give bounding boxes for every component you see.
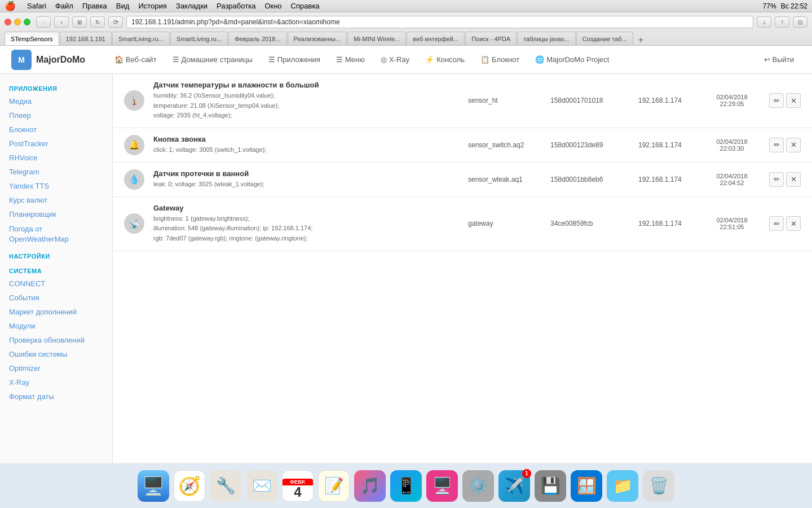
edit-button-4[interactable]: ✏: [769, 216, 784, 231]
nav-website[interactable]: 🏠 Веб-сайт: [108, 52, 163, 67]
tab-stempsensors[interactable]: STempSensors: [5, 32, 59, 45]
sidebar-item-modules[interactable]: Модули: [0, 319, 112, 333]
sidebar-item-events[interactable]: События: [0, 291, 112, 305]
dock-safari[interactable]: 🧭: [174, 470, 205, 502]
delete-button-3[interactable]: ✕: [786, 172, 801, 187]
project-icon: 🌐: [535, 55, 544, 64]
dock-notes[interactable]: 📝: [318, 470, 350, 502]
dock-music[interactable]: 🎵: [354, 470, 386, 502]
dock-folder[interactable]: 📁: [607, 470, 638, 502]
nav-notepad[interactable]: 📋 Блокнот: [474, 52, 526, 67]
tab-tables[interactable]: таблицы javas...: [517, 32, 576, 45]
nav-apps[interactable]: ☰ Приложения: [262, 52, 327, 67]
menu-safari[interactable]: Safari: [27, 2, 46, 10]
download-button[interactable]: ↓: [757, 16, 771, 28]
tab-create[interactable]: Создание таб...: [576, 32, 633, 45]
sidebar-item-errors[interactable]: Ошибки системы: [0, 347, 112, 361]
apple-menu[interactable]: 🍎: [5, 1, 16, 11]
edit-button-1[interactable]: ✏: [769, 93, 784, 108]
device-type-2: sensor_switch.aq2: [468, 141, 541, 149]
tab-realized[interactable]: Реализованны...: [288, 32, 347, 45]
device-ip-1: 192.168.1.174: [638, 97, 695, 104]
nav-console[interactable]: ⚡ Консоль: [418, 52, 471, 67]
nav-logout[interactable]: ↩ Выйти: [757, 52, 801, 67]
dock-windows[interactable]: 🪟: [571, 470, 602, 502]
sidebar-item-market[interactable]: Маркет дополнений: [0, 305, 112, 319]
reload-button[interactable]: ⟳: [108, 16, 123, 28]
nav-xray[interactable]: ◎ X-Ray: [374, 52, 416, 67]
device-mac-2: 158d000123de89: [550, 141, 629, 149]
sidebar-item-media[interactable]: Медиа: [0, 94, 112, 108]
sidebar-item-player[interactable]: Плеер: [0, 108, 112, 122]
close-button[interactable]: [5, 19, 11, 25]
menu-window[interactable]: Окно: [264, 2, 281, 10]
device-date-4: 02/04/2018 22:51:05: [704, 217, 760, 230]
tab-bar: STempSensors 192.168.1.191 SmartLiving.r…: [5, 32, 807, 45]
maximize-button[interactable]: [24, 19, 30, 25]
share-icon-button[interactable]: ↑: [775, 16, 789, 28]
sidebar-item-dateformat[interactable]: Формат даты: [0, 389, 112, 404]
dock-calendar[interactable]: ФЕВР. 4: [282, 470, 314, 502]
tab-smartliving2[interactable]: SmartLiving.ru...: [170, 32, 228, 45]
menu-history[interactable]: История: [138, 2, 166, 10]
sidebar-item-telegram[interactable]: Telegram: [0, 165, 112, 179]
menu-view[interactable]: Вид: [116, 2, 130, 10]
new-tab-plus-button[interactable]: +: [634, 35, 648, 45]
main-content: 🌡️ Датчик температуры и влажности в боль…: [113, 74, 812, 508]
sidebar-item-posttracker[interactable]: PostTracker: [0, 137, 112, 151]
dock-tool2[interactable]: ✉️: [246, 470, 277, 502]
device-ip-4: 192.168.1.174: [638, 220, 695, 227]
nav-home-pages[interactable]: ☰ Домашние страницы: [166, 52, 259, 67]
menu-edit[interactable]: Правка: [82, 2, 107, 10]
console-icon: ⚡: [425, 55, 434, 64]
dock-tool1[interactable]: 🔧: [210, 470, 241, 502]
new-tab-button[interactable]: ⊡: [793, 16, 807, 28]
sidebar-item-weather[interactable]: Погода от OpenWeatherMap: [0, 221, 112, 247]
nav-console-label: Консоль: [436, 55, 465, 64]
edit-button-2[interactable]: ✏: [769, 138, 784, 152]
minimize-button[interactable]: [14, 19, 21, 25]
menu-develop[interactable]: Разработка: [217, 2, 255, 10]
apps-icon: ☰: [268, 55, 275, 64]
nav-project[interactable]: 🌐 MajorDoMo Project: [528, 52, 616, 67]
sidebar-item-optimizer[interactable]: Optimizer: [0, 361, 112, 375]
device-ip-3: 192.168.1.174: [638, 176, 695, 183]
delete-button-2[interactable]: ✕: [786, 138, 801, 152]
tab-ip1[interactable]: 192.168.1.191: [60, 32, 112, 45]
tab-webinterface[interactable]: веб интерфей...: [407, 32, 465, 45]
device-actions-1: ✏ ✕: [769, 93, 801, 108]
forward-button[interactable]: ›: [54, 16, 69, 28]
dock-telegram[interactable]: ✈️ 1: [498, 470, 530, 502]
device-mac-3: 158d0001bb8eb6: [550, 176, 629, 183]
dock-trash[interactable]: 🗑️: [643, 470, 674, 502]
tab-4pda[interactable]: Поиск - 4PDA: [465, 32, 517, 45]
sidebar-item-currency[interactable]: Курс валют: [0, 193, 112, 207]
back-button[interactable]: ‹: [36, 16, 51, 28]
tab-feb2018[interactable]: Февраль 2018...: [228, 32, 286, 45]
device-date-2: 02/04/2018 22:03:30: [704, 138, 760, 152]
share-button[interactable]: ↻: [90, 16, 105, 28]
sidebar-item-planner[interactable]: Планировщик: [0, 207, 112, 221]
dock-settings[interactable]: ⚙️: [462, 470, 494, 502]
dock-appstore[interactable]: 📱: [390, 470, 422, 502]
tab-mimini[interactable]: Mi-MINI Wirele...: [347, 32, 406, 45]
dock-storage[interactable]: 💾: [535, 470, 566, 502]
dock-app1[interactable]: 🖥️: [426, 470, 458, 502]
menu-bookmarks[interactable]: Закладки: [176, 2, 208, 10]
sidebar-item-rhvoice[interactable]: RHVoice: [0, 151, 112, 165]
address-bar[interactable]: 192.168.1.191/admin.php?pd=&md=panel&ins…: [126, 16, 753, 28]
delete-button-4[interactable]: ✕: [786, 216, 801, 231]
tab-smartliving1[interactable]: SmartLiving.ru...: [112, 32, 170, 45]
menu-file[interactable]: Файл: [55, 2, 73, 10]
nav-menu[interactable]: ☰ Меню: [329, 52, 372, 67]
sidebar-item-xray[interactable]: X-Ray: [0, 375, 112, 389]
dock-finder[interactable]: 🖥️: [138, 470, 169, 502]
sidebar-item-connect[interactable]: CONNECT: [0, 277, 112, 291]
menu-help[interactable]: Справка: [291, 2, 320, 10]
edit-button-3[interactable]: ✏: [769, 172, 784, 187]
sidebar-item-notepad[interactable]: Блокнот: [0, 122, 112, 137]
delete-button-1[interactable]: ✕: [786, 93, 801, 108]
sidebar-item-updates[interactable]: Проверка обновлений: [0, 333, 112, 347]
sidebar-item-yandex-tts[interactable]: Yandex TTS: [0, 179, 112, 193]
sidebar-toggle-button[interactable]: ⊞: [72, 16, 87, 28]
